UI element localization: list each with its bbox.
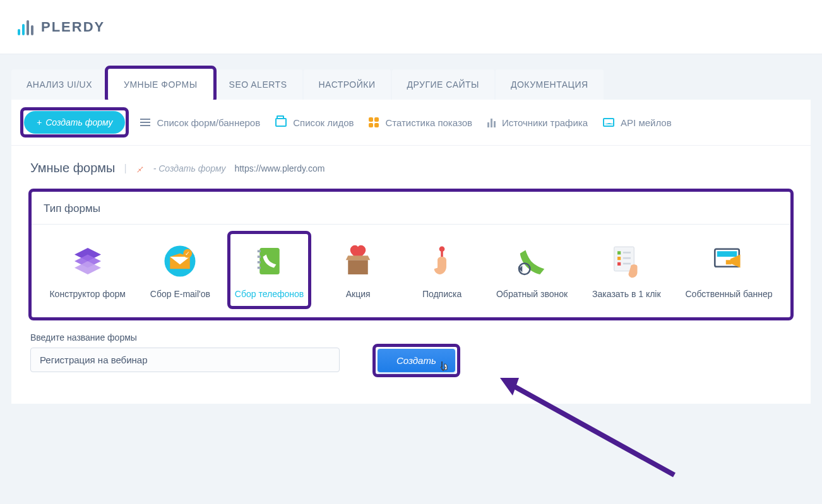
- logo-bars-icon: [18, 19, 33, 35]
- app-header: PLERDY: [0, 0, 822, 54]
- svg-rect-13: [348, 260, 368, 274]
- form-type-subscribe[interactable]: Подписка: [407, 237, 477, 303]
- svg-rect-28: [725, 260, 731, 264]
- tab-smart-forms[interactable]: УМНЫЕ ФОРМЫ: [109, 69, 213, 100]
- toolbar-list-leads[interactable]: Список лидов: [275, 117, 354, 128]
- form-type-callback[interactable]: Обратный звонок: [491, 237, 573, 303]
- create-submit-button[interactable]: Создать: [378, 349, 455, 372]
- envelope-icon: ✓: [160, 241, 200, 281]
- form-type-promo[interactable]: Акция: [323, 237, 393, 303]
- svg-rect-16: [441, 251, 443, 257]
- logo-text: PLERDY: [41, 19, 105, 35]
- annotation-arrow: [497, 374, 687, 488]
- folder-icon: [275, 118, 287, 127]
- logo: PLERDY: [18, 19, 105, 35]
- form-type-phone[interactable]: Сбор телефонов: [230, 237, 309, 303]
- bars-icon: [487, 117, 496, 127]
- tab-analysis[interactable]: АНАЛИЗ UI/UX: [11, 69, 107, 100]
- tab-docs[interactable]: ДОКУМЕНТАЦИЯ: [496, 69, 604, 100]
- create-form-button[interactable]: + Создать форму: [24, 111, 125, 134]
- form-type-email[interactable]: ✓ Сбор E-mail'ов: [145, 237, 215, 303]
- layers-icon: [68, 241, 108, 281]
- toolbar-list-forms[interactable]: Список форм/баннеров: [140, 117, 260, 128]
- checklist-hand-icon: [606, 241, 646, 281]
- mail-icon: [603, 118, 614, 127]
- svg-rect-11: [257, 261, 260, 264]
- toolbar-api-mail[interactable]: API мейлов: [603, 117, 672, 128]
- svg-rect-12: [257, 267, 260, 269]
- tab-settings[interactable]: НАСТРОЙКИ: [304, 69, 391, 100]
- svg-rect-23: [623, 252, 631, 254]
- form-type-title: Тип формы: [31, 202, 791, 225]
- svg-rect-27: [717, 251, 737, 257]
- phonebook-icon: [249, 241, 290, 281]
- tab-seo-alerts[interactable]: SEO ALERTS: [214, 69, 302, 100]
- svg-rect-25: [623, 263, 631, 265]
- svg-rect-20: [617, 251, 621, 254]
- page-head: Умные формы | - Создать форму https://ww…: [30, 161, 792, 175]
- toolbar-traffic[interactable]: Источники трафика: [487, 117, 588, 128]
- svg-rect-10: [257, 255, 260, 258]
- svg-marker-14: [346, 255, 371, 260]
- grid-icon: [369, 117, 379, 127]
- svg-text:✓: ✓: [186, 250, 191, 257]
- page-body: Умные формы | - Создать форму https://ww…: [11, 146, 811, 404]
- form-type-oneclick[interactable]: Заказать в 1 клік: [587, 237, 666, 303]
- toolbar: + Создать форму Список форм/баннеров Спи…: [11, 100, 811, 146]
- form-type-banner[interactable]: Собственный баннер: [681, 237, 778, 303]
- form-type-constructor[interactable]: Конструктор форм: [44, 237, 130, 303]
- page-url: https://www.plerdy.com: [234, 163, 325, 173]
- box-heart-icon: [338, 241, 378, 281]
- tab-other-sites[interactable]: ДРУГИЕ САЙТЫ: [392, 69, 494, 100]
- hand-tap-icon: [422, 241, 462, 281]
- breadcrumb: - Создать форму: [153, 163, 226, 173]
- phone-refresh-icon: [512, 241, 552, 281]
- plus-icon: +: [37, 117, 42, 127]
- form-name-input[interactable]: [30, 348, 340, 372]
- form-type-section: Тип формы Конструктор форм ✓ Сбор E-mail…: [30, 190, 792, 319]
- pin-icon: [136, 164, 145, 173]
- svg-marker-30: [500, 378, 519, 396]
- toolbar-stats[interactable]: Статистика показов: [369, 117, 472, 128]
- svg-rect-22: [617, 262, 621, 266]
- svg-point-15: [439, 246, 445, 252]
- svg-line-29: [510, 384, 674, 475]
- page-title: Умные формы: [30, 161, 115, 175]
- form-name-label: Введите название формы: [30, 332, 340, 343]
- svg-rect-9: [257, 250, 260, 253]
- svg-rect-21: [617, 257, 621, 260]
- main-tabs: АНАЛИЗ UI/UX УМНЫЕ ФОРМЫ SEO ALERTS НАСТ…: [11, 69, 811, 100]
- svg-rect-24: [623, 257, 631, 259]
- megaphone-screen-icon: [709, 241, 749, 281]
- cursor-pointer-icon: [440, 361, 450, 372]
- list-icon: [140, 117, 150, 127]
